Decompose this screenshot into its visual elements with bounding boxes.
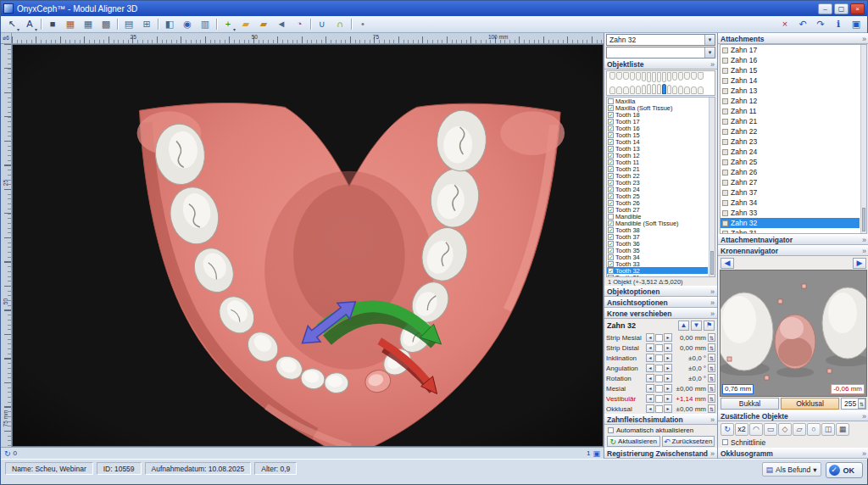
zahnfleischsimulation-header[interactable]: Zahnfleischsimulation » — [604, 414, 717, 425]
pin-icon[interactable]: ⚑ — [704, 321, 715, 331]
attachment-shape-diamond-icon[interactable]: ◇ — [778, 423, 792, 436]
tooth-chart-cell[interactable] — [691, 72, 697, 80]
object-checkbox[interactable] — [608, 187, 614, 192]
als-befund-dropdown[interactable]: ▤ Als Befund ▾ — [762, 462, 821, 477]
decrease-button[interactable]: ◂ — [646, 384, 654, 393]
label-tool-icon[interactable]: A — [21, 17, 38, 31]
attachment-list-item[interactable]: Zahn 31 — [721, 228, 860, 234]
value-spinner[interactable]: ⇅ — [708, 374, 715, 382]
tooth-chart-cell[interactable] — [662, 84, 666, 94]
column-view-icon[interactable]: ▥ — [197, 17, 214, 31]
attachment-shape-halfround-icon[interactable]: ◠ — [749, 423, 763, 436]
increase-button[interactable]: ▸ — [664, 394, 672, 403]
bukkal-button[interactable]: Bukkal — [721, 398, 779, 410]
attachment-list-item[interactable]: Zahn 11 — [721, 106, 860, 116]
opacity-spinner[interactable]: 255 ⇅ — [841, 398, 866, 410]
tooth-chart-cell[interactable] — [636, 86, 641, 94]
attachments-header[interactable]: Attachments » — [718, 33, 868, 44]
attachment-list-item[interactable]: Zahn 33 — [721, 208, 860, 218]
chevron-down-icon[interactable]: ▾ — [704, 47, 715, 58]
tooth-chart-cell[interactable] — [652, 84, 656, 94]
scrollbar-thumb[interactable] — [862, 208, 865, 231]
attachment-list-item[interactable]: Zahn 25 — [721, 157, 860, 167]
spline-tool-icon[interactable]: ∩ — [331, 17, 348, 31]
tooth-chart-cell[interactable] — [662, 72, 666, 82]
pointer-tool-icon[interactable]: ↖ — [3, 17, 20, 31]
increase-button[interactable]: ▸ — [664, 364, 672, 372]
tooth-chart-cell[interactable] — [678, 72, 683, 81]
value-spinner[interactable]: ⇅ — [708, 364, 715, 372]
background-color-icon[interactable]: ■ — [44, 17, 61, 31]
tooth-chart-cell[interactable] — [698, 72, 704, 80]
tooth-chart-cell[interactable] — [672, 72, 677, 81]
nav-previous-button[interactable]: ◀ — [721, 258, 734, 269]
add-object-icon[interactable]: + — [220, 17, 236, 31]
attachment-list-item[interactable]: Zahn 21 — [721, 116, 860, 126]
value-spinner[interactable]: ⇅ — [708, 404, 715, 413]
speaker-icon[interactable]: ◄ — [273, 17, 290, 31]
panel-expand-icon[interactable]: » — [862, 236, 866, 244]
tooth-chart-cell[interactable] — [667, 85, 671, 94]
tooth-chart-cell[interactable] — [623, 86, 629, 94]
crown-down-button[interactable]: ▼ — [691, 321, 702, 331]
tooth-chart-cell[interactable] — [647, 84, 651, 94]
drag-handle[interactable] — [655, 344, 663, 352]
visibility-icon[interactable]: ◉ — [179, 17, 196, 31]
refresh-objects-icon[interactable]: ↻ — [721, 423, 734, 436]
panel-layout-icon[interactable]: ▣ — [848, 17, 865, 31]
attachmentnavigator-header[interactable]: Attachmentnavigator » — [718, 234, 868, 245]
tooth-chart-cell[interactable] — [691, 86, 697, 94]
attachments-scrollbar[interactable] — [860, 45, 866, 233]
object-checkbox[interactable] — [608, 139, 614, 145]
object-checkbox[interactable] — [608, 261, 614, 267]
open-folder-icon[interactable]: ▰ — [237, 17, 254, 31]
object-checkbox[interactable] — [608, 119, 614, 125]
tooth-chart-cell[interactable] — [678, 86, 683, 94]
object-checkbox[interactable] — [608, 125, 614, 131]
attachment-list-item[interactable]: Zahn 32 — [721, 218, 860, 228]
object-checkbox[interactable] — [608, 227, 614, 233]
decrease-button[interactable]: ◂ — [646, 354, 654, 362]
increase-button[interactable]: ▸ — [664, 374, 672, 382]
ansichtsoptionen-header[interactable]: Ansichtsoptionen » — [604, 297, 717, 308]
copy-view-icon[interactable]: ▤ — [120, 17, 137, 31]
tooth-chart-cell[interactable] — [623, 72, 629, 80]
object-list-item[interactable]: Tooth 31 — [607, 274, 708, 277]
panel-expand-icon[interactable]: » — [862, 412, 866, 421]
aktualisieren-button[interactable]: ↻ Aktualisieren — [607, 436, 660, 447]
attachment-list-item[interactable]: Zahn 27 — [721, 177, 860, 187]
decrease-button[interactable]: ◂ — [646, 394, 654, 403]
panel-expand-icon[interactable]: » — [862, 449, 866, 458]
object-checkbox[interactable] — [608, 98, 614, 104]
object-checkbox[interactable] — [608, 166, 614, 172]
drag-handle[interactable] — [655, 395, 663, 403]
attachment-list-item[interactable]: Zahn 26 — [721, 167, 860, 177]
tooth-chart-cell[interactable] — [698, 86, 704, 94]
decrease-button[interactable]: ◂ — [646, 333, 654, 342]
undo-icon[interactable]: ↶ — [794, 17, 811, 31]
object-checkbox[interactable] — [608, 193, 614, 199]
panel-expand-icon[interactable]: » — [710, 298, 715, 307]
tooth-chart-cell[interactable] — [684, 72, 690, 80]
status-dot-icon[interactable]: • — [354, 17, 371, 31]
tooth-chart-cell[interactable] — [652, 72, 656, 82]
object-checkbox[interactable] — [608, 234, 614, 240]
attachment-list-item[interactable]: Zahn 37 — [721, 187, 860, 198]
object-checkbox[interactable] — [608, 146, 614, 152]
decrease-button[interactable]: ◂ — [646, 404, 654, 413]
tooth-chart-cell[interactable] — [657, 72, 661, 82]
grid-small-icon[interactable]: ▦ — [80, 17, 97, 31]
attachment-list-item[interactable]: Zahn 22 — [721, 126, 860, 137]
object-checkbox[interactable] — [608, 241, 614, 247]
palette-tool-icon[interactable]: ◔ — [291, 17, 308, 31]
attachment-list-item[interactable]: Zahn 34 — [721, 198, 860, 208]
tooth-chart-cell[interactable] — [609, 86, 615, 94]
panel-expand-icon[interactable]: » — [710, 309, 715, 318]
value-spinner[interactable]: ⇅ — [708, 333, 715, 342]
object-checkbox[interactable] — [608, 214, 614, 220]
tooth-chart-cell[interactable] — [642, 72, 646, 81]
decrease-button[interactable]: ◂ — [646, 374, 654, 382]
maximize-button[interactable]: ▢ — [834, 3, 849, 14]
object-checkbox[interactable] — [608, 180, 614, 186]
tooth-chart-cell[interactable] — [647, 72, 651, 82]
